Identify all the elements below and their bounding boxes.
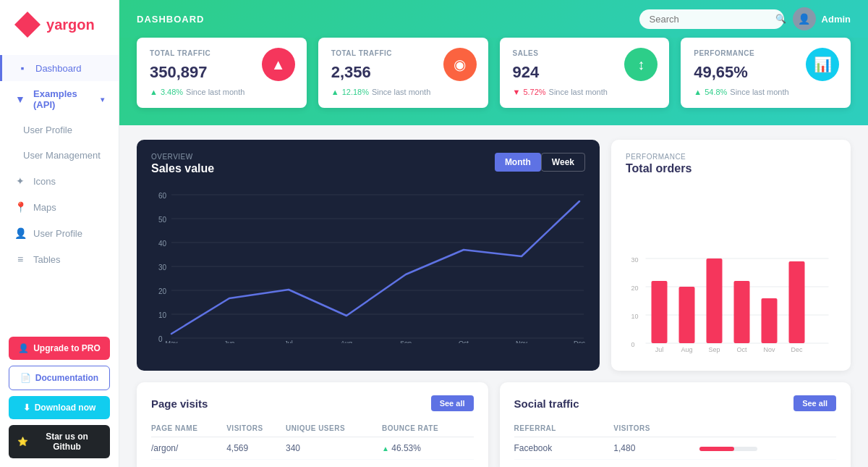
sidebar-item-tables[interactable]: ≡ Tables bbox=[0, 246, 119, 272]
svg-text:Nov: Nov bbox=[516, 340, 528, 343]
sidebar-item-dashboard[interactable]: ▪ Dashboard bbox=[0, 55, 119, 81]
social-traffic-header: Social traffic See all bbox=[514, 395, 837, 411]
table-row: /argon/ 4,569 340 ▲ 46.53% bbox=[151, 437, 474, 460]
svg-text:30: 30 bbox=[158, 264, 167, 272]
bar-dec bbox=[789, 261, 805, 343]
bar-oct bbox=[734, 281, 750, 343]
stat-card-performance: 📊 PERFORMANCE 49,65% ▲ 54.8% Since last … bbox=[681, 38, 851, 108]
sidebar-item-user-management[interactable]: User Management bbox=[0, 143, 119, 168]
page-title: DASHBOARD bbox=[137, 14, 205, 25]
icons-icon: ✦ bbox=[14, 175, 26, 187]
bar-aug bbox=[679, 287, 695, 343]
cell-unique: 340 bbox=[286, 437, 382, 460]
upgrade-button[interactable]: 👤 Upgrade to PRO bbox=[9, 337, 110, 360]
sidebar-item-label: Examples (API) bbox=[33, 88, 93, 110]
stat-change: ▲ 12.18% Since last month bbox=[331, 88, 475, 96]
sidebar-item-label: Maps bbox=[33, 202, 56, 213]
page-visits-see-all[interactable]: See all bbox=[431, 395, 474, 411]
svg-text:60: 60 bbox=[158, 192, 167, 200]
svg-text:Aug: Aug bbox=[681, 346, 692, 353]
social-traffic-table: REFERRAL VISITORS Facebook 1,480 bbox=[514, 420, 837, 460]
search-icon: 🔍 bbox=[775, 14, 786, 24]
maps-icon: 📍 bbox=[14, 201, 26, 213]
sidebar-item-icons[interactable]: ✦ Icons bbox=[0, 168, 119, 194]
svg-text:Oct: Oct bbox=[736, 346, 747, 353]
stat-card-total-traffic-1: ▲ TOTAL TRAFFIC 350,897 ▲ 3.48% Since la… bbox=[137, 38, 307, 108]
bar-sep bbox=[707, 258, 723, 343]
page-visits-header: Page visits See all bbox=[151, 395, 474, 411]
logo-area: yargon bbox=[0, 0, 119, 49]
svg-text:Aug: Aug bbox=[341, 340, 352, 343]
dashboard-icon: ▪ bbox=[17, 62, 28, 74]
content-area: OVERVIEW Sales value Month Week 0 10 20 … bbox=[119, 125, 868, 467]
svg-text:50: 50 bbox=[158, 216, 167, 224]
arrow-down-icon: ▼ bbox=[513, 88, 521, 96]
svg-text:Sep: Sep bbox=[400, 340, 412, 343]
svg-text:Sep: Sep bbox=[708, 346, 720, 353]
sidebar-item-user-profile[interactable]: User Profile bbox=[0, 117, 119, 143]
col-progress bbox=[699, 420, 836, 437]
stat-card-sales: ↕ SALES 924 ▼ 5.72% Since last month bbox=[500, 38, 670, 108]
col-unique-users: UNIQUE USERS bbox=[286, 420, 382, 437]
search-box[interactable]: 🔍 bbox=[639, 9, 784, 29]
chart-title: Sales value bbox=[151, 162, 214, 175]
social-traffic-see-all[interactable]: See all bbox=[793, 395, 836, 411]
cell-referral: Facebook bbox=[514, 437, 614, 460]
overview-label: OVERVIEW bbox=[151, 153, 214, 161]
toggle-week-button[interactable]: Week bbox=[541, 153, 585, 172]
avatar: 👤 bbox=[793, 7, 816, 30]
sidebar-item-label: Icons bbox=[33, 176, 56, 187]
svg-text:Jul: Jul bbox=[655, 346, 664, 353]
progress-bar bbox=[699, 447, 757, 451]
bar-chart: 0 10 20 30 Jul Aug bbox=[626, 184, 836, 358]
sidebar-item-label: User Management bbox=[23, 150, 101, 161]
examples-icon: ▼ bbox=[14, 93, 26, 105]
svg-text:Jul: Jul bbox=[284, 340, 293, 343]
stat-change: ▲ 3.48% Since last month bbox=[150, 88, 294, 96]
table-row: Facebook 1,480 bbox=[514, 437, 837, 460]
documentation-button[interactable]: 📄 Documentation bbox=[9, 366, 110, 390]
svg-text:10: 10 bbox=[158, 311, 167, 319]
sidebar-item-user-profile2[interactable]: 👤 User Profile bbox=[0, 220, 119, 246]
svg-text:Nov: Nov bbox=[763, 346, 775, 353]
github-button[interactable]: ⭐ Star us on Github bbox=[9, 425, 110, 458]
toggle-month-button[interactable]: Month bbox=[495, 153, 541, 172]
chart-header: OVERVIEW Sales value Month Week bbox=[151, 153, 585, 175]
svg-text:Dec: Dec bbox=[791, 346, 803, 353]
stat-icon-performance: 📊 bbox=[806, 48, 839, 81]
sidebar-item-maps[interactable]: 📍 Maps bbox=[0, 194, 119, 220]
user-menu[interactable]: 👤 Admin bbox=[793, 7, 851, 30]
arrow-up-icon: ▲ bbox=[150, 88, 158, 96]
progress-bar-fill bbox=[699, 447, 734, 451]
sidebar-item-label: User Profile bbox=[23, 125, 72, 135]
stat-card-total-traffic-2: ◉ TOTAL TRAFFIC 2,356 ▲ 12.18% Since las… bbox=[318, 38, 488, 108]
upgrade-icon: 👤 bbox=[18, 343, 29, 353]
cell-visitors: 1,480 bbox=[613, 437, 699, 460]
logo-text: yargon bbox=[46, 17, 95, 33]
arrow-up-icon: ▲ bbox=[694, 88, 702, 96]
sidebar-item-examples[interactable]: ▼ Examples (API) ▾ bbox=[0, 81, 119, 117]
sales-chart-card: OVERVIEW Sales value Month Week 0 10 20 … bbox=[137, 140, 600, 371]
search-input[interactable] bbox=[650, 14, 771, 25]
svg-text:40: 40 bbox=[158, 240, 167, 248]
admin-label: Admin bbox=[822, 14, 851, 25]
col-page-name: PAGE NAME bbox=[151, 420, 226, 437]
download-button[interactable]: ⬇ Download now bbox=[9, 396, 110, 419]
svg-text:0: 0 bbox=[631, 341, 635, 348]
cell-page: /argon/ bbox=[151, 437, 226, 460]
stat-change: ▲ 54.8% Since last month bbox=[694, 88, 838, 96]
svg-text:Dec: Dec bbox=[574, 340, 585, 343]
svg-text:Oct: Oct bbox=[459, 340, 469, 343]
page-visits-table: PAGE NAME VISITORS UNIQUE USERS BOUNCE R… bbox=[151, 420, 474, 460]
svg-text:May: May bbox=[165, 340, 178, 343]
col-bounce-rate: BOUNCE RATE bbox=[382, 420, 474, 437]
toggle-group: Month Week bbox=[495, 153, 585, 172]
svg-text:Jun: Jun bbox=[224, 340, 235, 343]
user-icon: 👤 bbox=[14, 227, 26, 239]
bar-jul bbox=[652, 281, 668, 343]
sidebar-item-label: Dashboard bbox=[35, 63, 82, 74]
line-chart: 0 10 20 30 40 50 60 bbox=[151, 184, 585, 343]
star-icon: ⭐ bbox=[17, 437, 28, 447]
orders-chart-title: Total orders bbox=[626, 162, 692, 175]
stat-icon-traffic2: ◉ bbox=[443, 48, 477, 81]
